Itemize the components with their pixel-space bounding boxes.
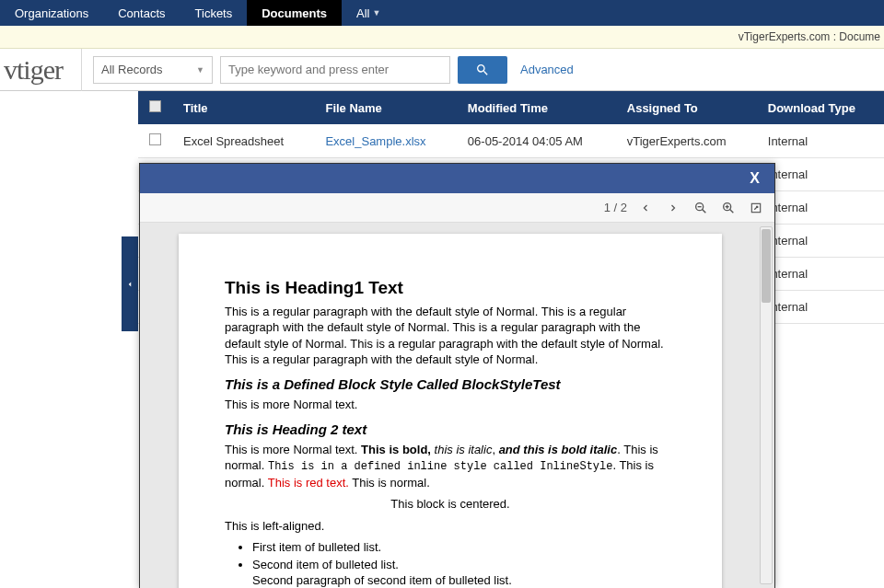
mono-text: This is in a defined inline style called… [268,460,612,473]
text: Second paragraph of second item of bulle… [252,573,512,587]
list-item: Second item of bulleted list.Second para… [252,557,676,588]
popout-icon [750,202,762,214]
preview-toolbar: 1 / 2 [140,193,774,223]
header-modified[interactable]: Modified Time [457,91,616,124]
header-filename[interactable]: File Name [314,91,456,124]
red-text: This is red text. [268,476,349,490]
select-all-checkbox[interactable] [149,100,161,112]
bold-text: This is bold, [361,443,434,456]
scope-select-label: All Records [101,63,162,76]
zoom-out-button[interactable] [692,199,710,217]
nav-all[interactable]: All▼ [342,0,395,26]
scope-select[interactable]: All Records ▼ [93,56,213,84]
zoom-out-icon [693,201,708,215]
header-checkbox-cell [138,91,172,124]
chevron-down-icon: ▼ [372,8,380,17]
row-checkbox[interactable] [149,133,161,145]
doc-paragraph: This is more Normal text. [225,397,676,413]
chevron-left-icon [640,202,651,213]
scrollbar-thumb[interactable] [762,229,771,303]
breadcrumb-bar: vTigerExperts.com : Docume [0,26,884,49]
divider [81,49,82,91]
preview-header: X [140,164,774,193]
list-item: First item of bulleted list. [252,539,676,556]
italic-text: this is italic [435,443,493,456]
bold-italic-text: and this is bold italic [499,443,618,456]
svg-line-4 [729,209,733,213]
nav-contacts[interactable]: Contacts [103,0,180,26]
doc-centered: This block is centered. [225,496,676,513]
zoom-in-button[interactable] [719,199,738,217]
doc-paragraph: This is more Normal text. This is bold, … [225,442,676,490]
popout-button[interactable] [747,199,765,217]
preview-body: This is Heading1 Text This is a regular … [140,223,774,588]
search-input[interactable] [220,56,450,84]
toolbar: vtiger All Records ▼ Advanced [0,49,884,91]
cell-download: Internal [757,158,884,191]
preview-page: This is Heading1 Text This is a regular … [179,234,722,588]
sidebar-collapse-button[interactable] [122,236,138,331]
text: Second item of bulleted list. [252,558,399,571]
advanced-link[interactable]: Advanced [520,63,574,76]
document-preview-modal: X 1 / 2 This is Heading1 Text This is a … [139,163,775,588]
text: This is normal. [349,476,430,490]
close-button[interactable]: X [744,170,765,187]
search-icon [475,63,490,77]
zoom-in-icon [721,201,736,215]
nav-all-label: All [356,6,369,20]
preview-scrollbar[interactable] [760,226,773,584]
cell-download: Internal [757,124,884,158]
svg-line-1 [702,209,705,213]
doc-heading1: This is Heading1 Text [225,276,676,300]
doc-heading2: This is Heading 2 text [225,421,676,439]
nav-organizations[interactable]: Organizations [0,0,103,26]
doc-left-aligned: This is left-aligned. [225,518,676,535]
text: This is more Normal text. [225,443,361,456]
search-button[interactable] [458,56,507,84]
cell-modified: 06-05-2014 04:05 AM [457,124,616,158]
cell-title: Excel Spreadsheet [172,124,314,158]
header-download[interactable]: Download Type [757,91,884,124]
header-assigned[interactable]: Assigned To [616,91,757,124]
next-page-button[interactable] [664,199,682,217]
nav-documents[interactable]: Documents [247,0,342,26]
nav-tickets[interactable]: Tickets [180,0,248,26]
doc-paragraph: This is a regular paragraph with the def… [225,304,676,368]
page-indicator: 1 / 2 [604,201,627,214]
top-nav: Organizations Contacts Tickets Documents… [0,0,884,26]
doc-blockstyle-heading: This is a Defined Block Style Called Blo… [225,375,676,394]
header-title[interactable]: Title [172,91,314,124]
cell-download: Internal [757,291,884,324]
chevron-left-icon [125,278,134,291]
cell-download: Internal [757,225,884,258]
breadcrumb: vTigerExperts.com : Docume [739,30,880,43]
doc-bullet-list: First item of bulleted list. Second item… [252,539,676,588]
prev-page-button[interactable] [636,199,655,217]
cell-assigned: vTigerExperts.com [616,124,757,158]
chevron-right-icon [668,202,679,213]
cell-download: Internal [757,191,884,225]
chevron-down-icon: ▼ [196,65,204,75]
logo: vtiger [0,54,81,86]
cell-filename-link[interactable]: Excel_Sample.xlsx [325,134,425,148]
table-row[interactable]: Excel Spreadsheet Excel_Sample.xlsx 06-0… [138,124,884,158]
text: , [492,443,498,456]
cell-download: Internal [757,258,884,291]
